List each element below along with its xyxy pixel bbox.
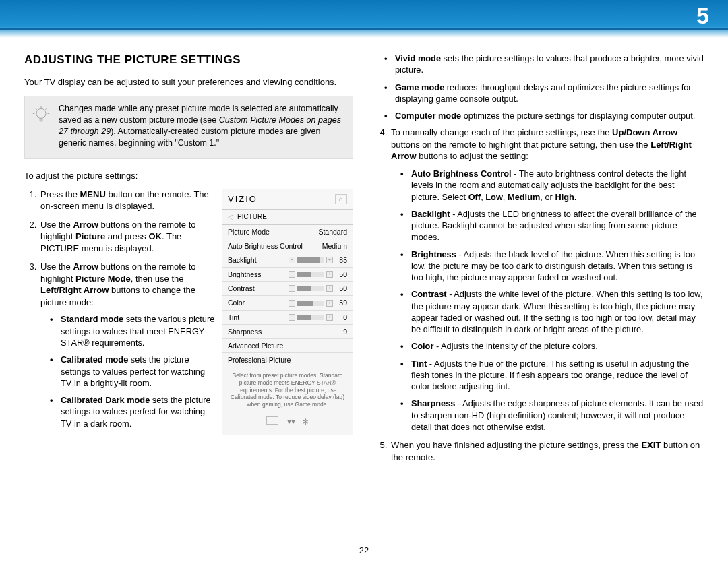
right-column: Vivid mode sets the picture settings to … xyxy=(375,53,704,541)
picture-modes-continued: Vivid mode sets the picture settings to … xyxy=(375,53,704,121)
setting-color: Color - Adjusts the intensity of the pic… xyxy=(400,340,704,352)
step-4: To manually change each of the picture s… xyxy=(390,127,704,433)
setting-abc: Auto Brightness Control - The auto brigh… xyxy=(400,168,704,203)
setting-contrast: Contrast - Adjusts the white level of th… xyxy=(400,288,704,335)
svg-line-5 xyxy=(45,109,47,111)
menu-row-picture-mode: Picture ModeStandard xyxy=(222,225,353,239)
menu-row-abc: Auto Brightness ControlMedium xyxy=(222,239,353,253)
tip-note: Changes made while any preset picture mo… xyxy=(24,96,353,159)
mode-game: Game mode reduces throughput delays and … xyxy=(384,82,704,105)
setting-backlight: Backlight - Adjusts the LED brightness t… xyxy=(400,208,704,243)
left-column: ADJUSTING THE PICTURE SETTINGS Your TV d… xyxy=(24,53,353,541)
home-icon: ⌂ xyxy=(335,194,347,204)
svg-point-0 xyxy=(36,109,46,119)
header-band: 5 xyxy=(0,0,728,38)
manual-page: 5 ADJUSTING THE PICTURE SETTINGS Your TV… xyxy=(0,0,728,562)
steps-intro: To adjust the picture settings: xyxy=(24,170,353,182)
section-heading: ADJUSTING THE PICTURE SETTINGS xyxy=(24,53,353,68)
tv-breadcrumb: ◁PICTURE xyxy=(222,210,353,225)
setting-sharpness: Sharpness - Adjusts the edge sharpness o… xyxy=(400,398,704,433)
lightbulb-icon xyxy=(32,106,51,125)
svg-line-4 xyxy=(36,109,37,111)
note-text: Changes made while any preset picture mo… xyxy=(59,103,344,149)
content: ADJUSTING THE PICTURE SETTINGS Your TV d… xyxy=(0,38,728,545)
step-5: When you have finished adjusting the pic… xyxy=(390,439,704,463)
menu-row-brightness: Brightness−+50 xyxy=(222,268,353,282)
lead-paragraph: Your TV display can be adjusted to suit … xyxy=(24,76,353,88)
setting-brightness: Brightness - Adjusts the black level of … xyxy=(400,249,704,284)
mode-vivid: Vivid mode sets the picture settings to … xyxy=(384,53,704,76)
menu-row-backlight: Backlight−+85 xyxy=(222,253,353,268)
menu-row-contrast: Contrast−+50 xyxy=(222,282,353,296)
mode-computer: Computer mode optimizes the picture sett… xyxy=(384,110,704,121)
page-number: 22 xyxy=(0,545,728,562)
picture-settings-list: Auto Brightness Control - The auto brigh… xyxy=(391,168,704,433)
tv-logo: VIZIO xyxy=(228,193,257,206)
setting-tint: Tint - Adjusts the hue of the picture. T… xyxy=(400,358,704,393)
picture-modes-list: Standard mode sets the various picture s… xyxy=(40,313,353,429)
chapter-number: 5 xyxy=(696,3,709,29)
steps-list-continued: To manually change each of the picture s… xyxy=(375,127,704,463)
back-icon: ◁ xyxy=(228,213,233,220)
mode-calibrated: Calibrated mode sets the picture setting… xyxy=(50,354,353,389)
mode-standard: Standard mode sets the various picture s… xyxy=(50,313,353,348)
mode-calibrated-dark: Calibrated Dark mode sets the picture se… xyxy=(50,394,353,429)
menu-row-color: Color−+59 xyxy=(222,296,353,310)
